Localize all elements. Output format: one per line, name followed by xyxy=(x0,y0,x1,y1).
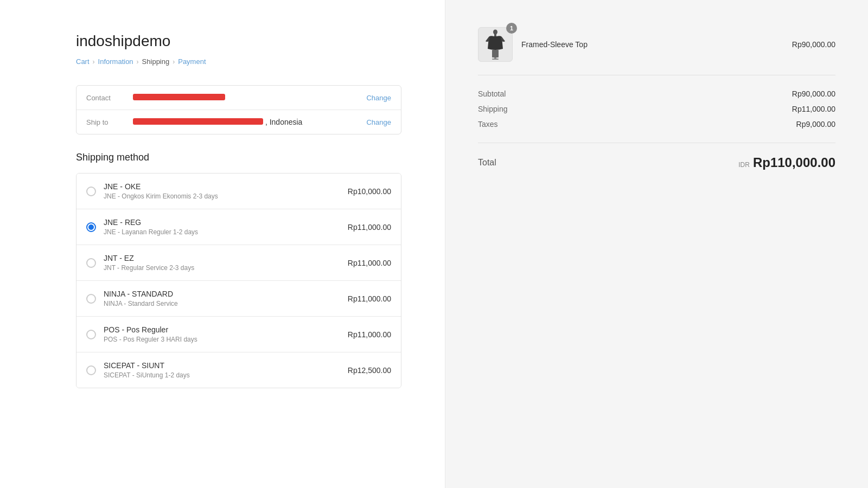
option-name-jne-oke: JNE - OKE xyxy=(104,182,340,191)
ship-to-change-button[interactable]: Change xyxy=(366,118,391,126)
option-price-ninja-standard: Rp11,000.00 xyxy=(348,294,391,303)
total-currency: IDR xyxy=(738,161,750,169)
shipping-label: Shipping xyxy=(478,105,508,113)
subtotal-label: Subtotal xyxy=(478,89,506,98)
breadcrumb: Cart › Information › Shipping › Payment xyxy=(76,57,401,66)
total-label: Total xyxy=(478,158,496,168)
radio-jne-reg xyxy=(86,222,96,232)
radio-sicepat-siunt xyxy=(86,365,96,375)
ship-to-redacted xyxy=(133,118,263,125)
radio-jne-oke xyxy=(86,187,96,196)
option-price-sicepat-siunt: Rp12,500.00 xyxy=(348,366,391,375)
shipping-option-jne-reg[interactable]: JNE - REGJNE - Layanan Reguler 1-2 daysR… xyxy=(76,209,401,245)
option-desc-pos-reguler: POS - Pos Reguler 3 HARI days xyxy=(104,336,340,343)
sep-2: › xyxy=(137,58,139,66)
option-info-pos-reguler: POS - Pos RegulerPOS - Pos Reguler 3 HAR… xyxy=(104,325,340,343)
option-name-pos-reguler: POS - Pos Reguler xyxy=(104,325,340,334)
option-desc-jne-reg: JNE - Layanan Reguler 1-2 days xyxy=(104,228,340,236)
subtotal-row: Subtotal Rp90,000.00 xyxy=(478,86,835,101)
total-value-wrapper: IDR Rp110,000.00 xyxy=(738,155,835,170)
shipping-options-list: JNE - OKEJNE - Ongkos Kirim Ekonomis 2-3… xyxy=(76,173,401,388)
option-name-ninja-standard: NINJA - STANDARD xyxy=(104,290,340,298)
right-panel: 1 Framed-Sleeve Top Rp90,000.00 Subtotal… xyxy=(445,0,868,488)
product-name: Framed-Sleeve Top xyxy=(521,40,783,49)
total-value: Rp110,000.00 xyxy=(753,155,835,170)
breadcrumb-shipping: Shipping xyxy=(142,57,170,66)
contact-info-box: Contact Change Ship to , Indonesia Chang… xyxy=(76,85,401,134)
product-item: 1 Framed-Sleeve Top Rp90,000.00 xyxy=(478,27,835,75)
radio-pos-reguler xyxy=(86,330,96,339)
taxes-label: Taxes xyxy=(478,120,498,129)
store-title: indoshipdemo xyxy=(76,33,401,50)
svg-point-0 xyxy=(493,30,497,35)
contact-redacted xyxy=(133,94,225,100)
summary-divider xyxy=(478,143,835,143)
option-price-jnt-ez: Rp11,000.00 xyxy=(348,259,391,267)
breadcrumb-payment[interactable]: Payment xyxy=(178,57,206,66)
taxes-value: Rp9,000.00 xyxy=(796,120,835,129)
option-info-jne-oke: JNE - OKEJNE - Ongkos Kirim Ekonomis 2-3… xyxy=(104,182,340,200)
option-name-jne-reg: JNE - REG xyxy=(104,218,340,227)
svg-rect-2 xyxy=(492,50,499,57)
sep-1: › xyxy=(93,58,95,66)
shipping-option-sicepat-siunt[interactable]: SICEPAT - SIUNTSICEPAT - SiUntung 1-2 da… xyxy=(76,352,401,388)
left-panel: indoshipdemo Cart › Information › Shippi… xyxy=(0,0,445,488)
breadcrumb-cart[interactable]: Cart xyxy=(76,57,90,66)
contact-row: Contact Change xyxy=(76,86,401,110)
order-summary: Subtotal Rp90,000.00 Shipping Rp11,000.0… xyxy=(478,86,835,132)
product-image-wrapper: 1 xyxy=(478,27,513,62)
ship-to-country: , Indonesia xyxy=(265,118,303,126)
contact-value xyxy=(133,93,358,102)
contact-change-button[interactable]: Change xyxy=(366,94,391,102)
product-quantity-badge: 1 xyxy=(506,23,517,34)
option-name-sicepat-siunt: SICEPAT - SIUNT xyxy=(104,361,340,370)
option-desc-sicepat-siunt: SICEPAT - SiUntung 1-2 days xyxy=(104,371,340,379)
shipping-option-pos-reguler[interactable]: POS - Pos RegulerPOS - Pos Reguler 3 HAR… xyxy=(76,316,401,352)
option-info-sicepat-siunt: SICEPAT - SIUNTSICEPAT - SiUntung 1-2 da… xyxy=(104,361,340,379)
svg-rect-1 xyxy=(494,34,496,36)
option-desc-jnt-ez: JNT - Regular Service 2-3 days xyxy=(104,264,340,272)
breadcrumb-information[interactable]: Information xyxy=(98,57,133,66)
svg-rect-4 xyxy=(492,59,499,60)
total-row: Total IDR Rp110,000.00 xyxy=(478,151,835,175)
shipping-option-ninja-standard[interactable]: NINJA - STANDARDNINJA - Standard Service… xyxy=(76,280,401,316)
option-name-jnt-ez: JNT - EZ xyxy=(104,254,340,262)
option-info-jnt-ez: JNT - EZJNT - Regular Service 2-3 days xyxy=(104,254,340,272)
product-icon xyxy=(484,29,506,60)
option-desc-ninja-standard: NINJA - Standard Service xyxy=(104,300,340,307)
option-info-jne-reg: JNE - REGJNE - Layanan Reguler 1-2 days xyxy=(104,218,340,236)
taxes-row: Taxes Rp9,000.00 xyxy=(478,117,835,132)
sep-3: › xyxy=(173,58,175,66)
contact-label: Contact xyxy=(86,94,124,102)
ship-to-value: , Indonesia xyxy=(133,118,358,126)
product-price: Rp90,000.00 xyxy=(792,40,835,49)
shipping-method-title: Shipping method xyxy=(76,152,401,163)
product-image xyxy=(478,27,513,62)
shipping-row: Shipping Rp11,000.00 xyxy=(478,101,835,117)
option-price-jne-oke: Rp10,000.00 xyxy=(348,187,391,196)
option-price-pos-reguler: Rp11,000.00 xyxy=(348,330,391,339)
option-info-ninja-standard: NINJA - STANDARDNINJA - Standard Service xyxy=(104,290,340,307)
radio-jnt-ez xyxy=(86,258,96,268)
subtotal-value: Rp90,000.00 xyxy=(792,89,835,98)
option-desc-jne-oke: JNE - Ongkos Kirim Ekonomis 2-3 days xyxy=(104,192,340,200)
shipping-value: Rp11,000.00 xyxy=(792,105,835,113)
ship-to-row: Ship to , Indonesia Change xyxy=(76,110,401,134)
shipping-option-jnt-ez[interactable]: JNT - EZJNT - Regular Service 2-3 daysRp… xyxy=(76,245,401,280)
shipping-option-jne-oke[interactable]: JNE - OKEJNE - Ongkos Kirim Ekonomis 2-3… xyxy=(76,174,401,209)
ship-to-label: Ship to xyxy=(86,118,124,126)
option-price-jne-reg: Rp11,000.00 xyxy=(348,223,391,232)
radio-ninja-standard xyxy=(86,294,96,304)
